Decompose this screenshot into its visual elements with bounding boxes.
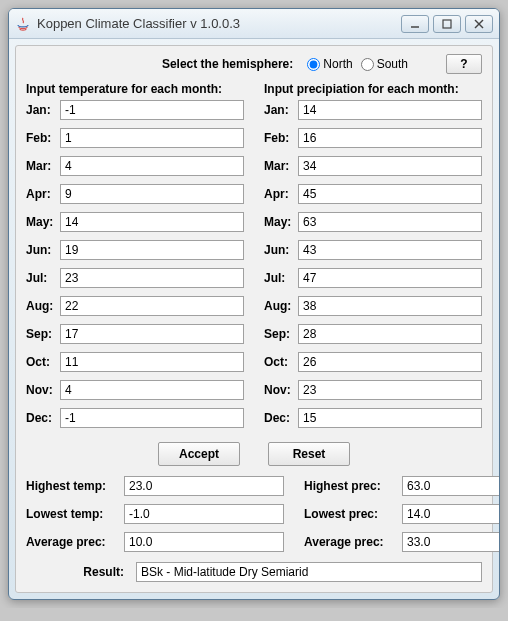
prec-input-sep[interactable] xyxy=(298,324,482,344)
prec-input-dec[interactable] xyxy=(298,408,482,428)
temp-row-jul: Jul: xyxy=(26,268,244,288)
client-area: Select the hemisphere: North South ? Inp… xyxy=(15,45,493,593)
result-field[interactable] xyxy=(136,562,482,582)
radio-south-input[interactable] xyxy=(361,58,374,71)
window-buttons xyxy=(401,15,493,33)
prec-label-oct: Oct: xyxy=(264,355,298,369)
lowest-temp-field[interactable] xyxy=(124,504,284,524)
action-buttons: Accept Reset xyxy=(26,442,482,466)
temp-label-feb: Feb: xyxy=(26,131,60,145)
temp-row-feb: Feb: xyxy=(26,128,244,148)
temp-input-dec[interactable] xyxy=(60,408,244,428)
close-button[interactable] xyxy=(465,15,493,33)
prec-row-apr: Apr: xyxy=(264,184,482,204)
temp-input-jan[interactable] xyxy=(60,100,244,120)
temp-label-aug: Aug: xyxy=(26,299,60,313)
temp-label-nov: Nov: xyxy=(26,383,60,397)
prec-row-aug: Aug: xyxy=(264,296,482,316)
temp-row-jun: Jun: xyxy=(26,240,244,260)
temp-label-sep: Sep: xyxy=(26,327,60,341)
prec-input-oct[interactable] xyxy=(298,352,482,372)
precipitation-header: Input precipiation for each month: xyxy=(264,80,482,100)
prec-row-feb: Feb: xyxy=(264,128,482,148)
radio-south-label: South xyxy=(377,57,408,71)
prec-input-may[interactable] xyxy=(298,212,482,232)
temp-row-dec: Dec: xyxy=(26,408,244,428)
temp-input-oct[interactable] xyxy=(60,352,244,372)
temp-label-dec: Dec: xyxy=(26,411,60,425)
accept-button[interactable]: Accept xyxy=(158,442,240,466)
radio-north-input[interactable] xyxy=(307,58,320,71)
temp-row-apr: Apr: xyxy=(26,184,244,204)
prec-input-mar[interactable] xyxy=(298,156,482,176)
radio-north[interactable]: North xyxy=(307,57,352,71)
highest-temp-label: Highest temp: xyxy=(26,479,124,493)
hemisphere-row: Select the hemisphere: North South ? xyxy=(26,54,482,74)
temp-row-jan: Jan: xyxy=(26,100,244,120)
temp-stats: Highest temp: Lowest temp: Average prec: xyxy=(26,476,284,560)
temp-label-jan: Jan: xyxy=(26,103,60,117)
svg-rect-1 xyxy=(443,20,451,28)
radio-north-label: North xyxy=(323,57,352,71)
prec-row-jul: Jul: xyxy=(264,268,482,288)
temp-row-may: May: xyxy=(26,212,244,232)
prec-input-apr[interactable] xyxy=(298,184,482,204)
result-row: Result: xyxy=(26,562,482,582)
avg-temp-label: Average prec: xyxy=(26,535,124,549)
temp-label-jun: Jun: xyxy=(26,243,60,257)
titlebar: Koppen Climate Classifier v 1.0.0.3 xyxy=(9,9,499,39)
prec-label-mar: Mar: xyxy=(264,159,298,173)
prec-input-jun[interactable] xyxy=(298,240,482,260)
lowest-prec-field[interactable] xyxy=(402,504,500,524)
highest-prec-field[interactable] xyxy=(402,476,500,496)
highest-temp-field[interactable] xyxy=(124,476,284,496)
prec-label-nov: Nov: xyxy=(264,383,298,397)
prec-input-nov[interactable] xyxy=(298,380,482,400)
temp-input-apr[interactable] xyxy=(60,184,244,204)
prec-row-dec: Dec: xyxy=(264,408,482,428)
temp-label-jul: Jul: xyxy=(26,271,60,285)
lowest-temp-label: Lowest temp: xyxy=(26,507,124,521)
prec-label-apr: Apr: xyxy=(264,187,298,201)
maximize-button[interactable] xyxy=(433,15,461,33)
java-icon xyxy=(15,16,31,32)
prec-label-sep: Sep: xyxy=(264,327,298,341)
temp-input-jun[interactable] xyxy=(60,240,244,260)
minimize-button[interactable] xyxy=(401,15,429,33)
avg-temp-field[interactable] xyxy=(124,532,284,552)
avg-prec-label: Average prec: xyxy=(304,535,402,549)
prec-input-feb[interactable] xyxy=(298,128,482,148)
hemisphere-label: Select the hemisphere: xyxy=(162,57,293,71)
hemisphere-radio-group: North South xyxy=(307,57,408,71)
temp-row-nov: Nov: xyxy=(26,380,244,400)
stats-section: Highest temp: Lowest temp: Average prec:… xyxy=(26,476,482,560)
prec-label-jun: Jun: xyxy=(264,243,298,257)
prec-label-feb: Feb: xyxy=(264,131,298,145)
prec-label-jul: Jul: xyxy=(264,271,298,285)
prec-stats: Highest prec: Lowest prec: Average prec: xyxy=(304,476,500,560)
prec-row-jan: Jan: xyxy=(264,100,482,120)
temp-input-aug[interactable] xyxy=(60,296,244,316)
result-label: Result: xyxy=(26,565,136,579)
temp-row-aug: Aug: xyxy=(26,296,244,316)
temp-input-feb[interactable] xyxy=(60,128,244,148)
temp-input-may[interactable] xyxy=(60,212,244,232)
input-columns: Input temperature for each month: Jan:Fe… xyxy=(26,80,482,436)
reset-button[interactable]: Reset xyxy=(268,442,350,466)
app-window: Koppen Climate Classifier v 1.0.0.3 Sele… xyxy=(8,8,500,600)
temp-input-mar[interactable] xyxy=(60,156,244,176)
help-button[interactable]: ? xyxy=(446,54,482,74)
highest-prec-label: Highest prec: xyxy=(304,479,402,493)
temp-row-oct: Oct: xyxy=(26,352,244,372)
radio-south[interactable]: South xyxy=(361,57,408,71)
temp-input-jul[interactable] xyxy=(60,268,244,288)
temp-label-mar: Mar: xyxy=(26,159,60,173)
temp-label-apr: Apr: xyxy=(26,187,60,201)
prec-input-jul[interactable] xyxy=(298,268,482,288)
avg-prec-field[interactable] xyxy=(402,532,500,552)
prec-input-aug[interactable] xyxy=(298,296,482,316)
prec-row-sep: Sep: xyxy=(264,324,482,344)
prec-input-jan[interactable] xyxy=(298,100,482,120)
temp-input-nov[interactable] xyxy=(60,380,244,400)
temp-input-sep[interactable] xyxy=(60,324,244,344)
